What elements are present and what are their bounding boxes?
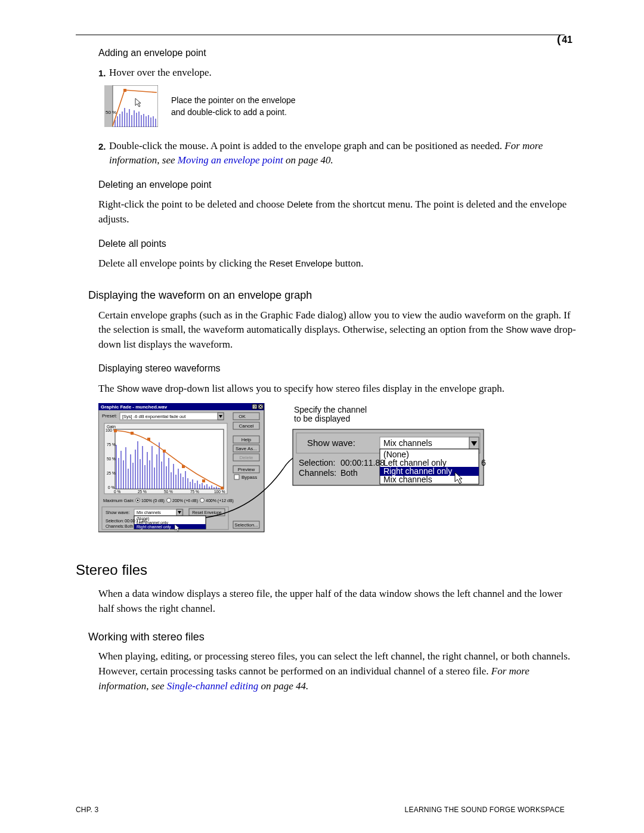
svg-rect-104 [221, 487, 224, 490]
svg-text:Mix channels: Mix channels [383, 438, 432, 448]
link-moving-point[interactable]: Moving an envelope point [178, 154, 283, 166]
text-del-all: Delete all envelope points by clicking t… [98, 256, 576, 271]
figure-caption: Place the pointer on the envelope [171, 94, 296, 106]
svg-text:50 %: 50 % [107, 457, 116, 461]
svg-text:Maximum Gain:: Maximum Gain: [103, 498, 135, 503]
svg-rect-0 [104, 85, 113, 127]
top-rule [76, 35, 565, 35]
heading-display-stereo: Displaying stereo waveforms [98, 361, 576, 375]
svg-rect-98 [114, 429, 117, 432]
svg-text:50 %: 50 % [164, 490, 173, 494]
svg-text:Both: Both [340, 468, 358, 478]
heading-working-stereo: Working with stereo files [88, 629, 644, 645]
svg-text:Selection...: Selection... [234, 522, 258, 528]
document-page: (41 Adding an envelope point 1. Hover ov… [0, 0, 644, 833]
page-number: (41 [559, 31, 572, 48]
svg-text:100 %: 100 % [214, 490, 225, 494]
svg-point-107 [137, 500, 139, 501]
figure-dialogs: Graphic Fade - munched.wav ? Preset: [Sy… [98, 403, 644, 537]
svg-rect-102 [182, 465, 185, 468]
heading-del-all: Delete all points [98, 237, 576, 250]
svg-text:200% (+6 dB): 200% (+6 dB) [172, 498, 198, 503]
svg-text:to be displayed: to be displayed [294, 414, 350, 423]
graphic-fade-dialog: Graphic Fade - munched.wav ? Preset: [Sy… [98, 403, 264, 532]
show-wave-zoom-panel: Show wave: Mix channels (None) Left chan… [293, 429, 486, 485]
envelope-thumb-icon: 50 % [104, 85, 158, 127]
svg-text:Both: Both [125, 524, 134, 528]
svg-text:Selection:: Selection: [299, 458, 335, 467]
svg-text:Right channel only: Right channel only [137, 525, 171, 529]
svg-text:6: 6 [481, 458, 486, 467]
svg-text:Channels:: Channels: [106, 524, 125, 528]
heading-add-env-point: Adding an envelope point [98, 46, 576, 60]
option-mix[interactable]: Mix channels [383, 475, 432, 484]
figure-envelope-point: 50 % Place the po [104, 85, 644, 127]
svg-text:?: ? [253, 404, 256, 410]
svg-text:00:00:11.88: 00:00:11.88 [340, 458, 385, 467]
svg-point-111 [200, 498, 205, 503]
text-stereo-files: When a data window displays a stereo fil… [98, 587, 576, 616]
svg-text:75 %: 75 % [190, 490, 199, 494]
svg-text:50 %: 50 % [106, 110, 116, 115]
heading-display-waveform: Displaying the waveform on an envelope g… [88, 287, 644, 303]
step-number: 2. [98, 140, 109, 153]
svg-text:[Sys] -6 dB exponential fade o: [Sys] -6 dB exponential fade out [122, 414, 186, 419]
step-2: 2. Double-click the mouse. A point is ad… [98, 139, 576, 168]
svg-text:25 %: 25 % [138, 490, 147, 494]
text-display-waveform: Certain envelope graphs (such as in the … [98, 308, 576, 352]
svg-text:00:00:11.88: 00:00:11.88 [125, 519, 147, 523]
svg-point-109 [167, 498, 171, 503]
half-paren-icon: ( [557, 33, 561, 45]
svg-rect-21 [123, 89, 126, 92]
svg-text:Preset:: Preset: [102, 413, 117, 419]
svg-text:Help: Help [242, 437, 252, 442]
heading-stereo-files: Stereo files [76, 560, 644, 581]
svg-text:Selection:: Selection: [106, 519, 124, 523]
heading-del-env-point: Deleting an envelope point [98, 178, 576, 191]
svg-text:OK: OK [239, 414, 246, 419]
svg-text:Show wave:: Show wave: [307, 438, 355, 448]
svg-text:Channels:: Channels: [299, 468, 336, 478]
svg-rect-99 [131, 432, 134, 435]
link-single-channel[interactable]: Single-channel editing [167, 680, 258, 692]
svg-text:Mix channels: Mix channels [137, 510, 161, 515]
svg-text:25 %: 25 % [107, 471, 116, 475]
svg-text:Preview: Preview [238, 467, 255, 472]
svg-text:Delete: Delete [239, 455, 253, 460]
bypass-checkbox[interactable] [234, 475, 239, 479]
svg-text:Specify the channel: Specify the channel [294, 405, 367, 414]
svg-rect-103 [202, 479, 205, 482]
svg-rect-101 [163, 450, 166, 453]
svg-text:400% (+12 dB): 400% (+12 dB) [206, 498, 234, 503]
text-working-stereo: When playing, editing, or processing ste… [98, 649, 576, 693]
figure-caption: and double-click to add a point. [171, 106, 296, 118]
svg-text:100% (0 dB): 100% (0 dB) [141, 498, 165, 503]
svg-text:Graphic Fade - munched.wav: Graphic Fade - munched.wav [101, 404, 168, 410]
svg-text:Reset Envelope: Reset Envelope [192, 510, 222, 515]
text-display-stereo: The Show wave drop-down list allows you … [98, 382, 576, 397]
svg-text:Bypass: Bypass [242, 475, 257, 480]
svg-text:Save As...: Save As... [236, 446, 257, 451]
text-del-env: Right-click the point to be deleted and … [98, 197, 576, 227]
step-number: 1. [98, 67, 109, 80]
footer: CHP. 3 LEARNING THE SOUND FORGE WORKSPAC… [76, 805, 565, 815]
step-1: 1. Hover over the envelope. [98, 66, 576, 80]
svg-text:75 %: 75 % [107, 442, 116, 447]
svg-rect-100 [147, 438, 150, 441]
svg-text:0 %: 0 % [114, 490, 120, 494]
svg-text:Cancel: Cancel [239, 423, 254, 429]
svg-text:Show wave:: Show wave: [106, 510, 129, 515]
ok-button[interactable] [233, 413, 259, 420]
svg-text:0 %: 0 % [108, 485, 114, 490]
